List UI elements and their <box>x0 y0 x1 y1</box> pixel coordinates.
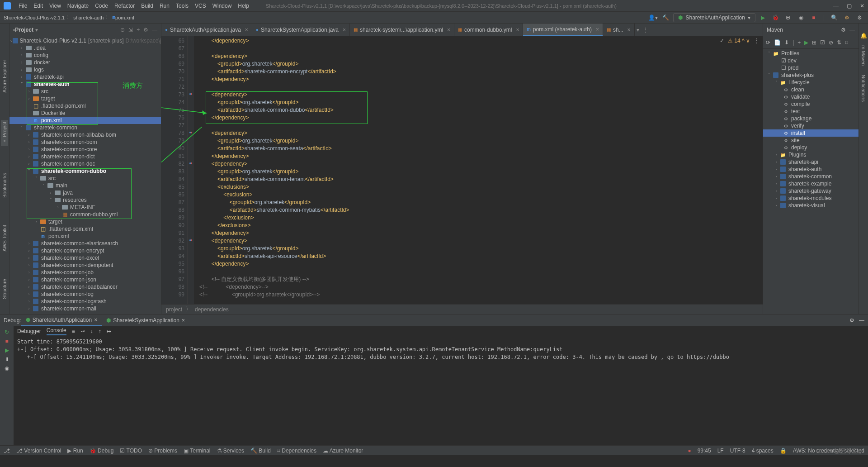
tree-item[interactable]: ›sharetek-common-logstash <box>9 298 161 305</box>
branch-icon[interactable]: ⎇ <box>4 448 10 454</box>
gear-icon[interactable]: ⚙ <box>854 13 864 23</box>
status-item[interactable]: ▶ Run <box>67 448 83 454</box>
status-item[interactable]: ⚗ Services <box>217 448 244 454</box>
breadcrumb[interactable]: pom.xml <box>115 15 134 20</box>
maven-goal[interactable]: ⚙compile <box>763 100 859 108</box>
tree-item[interactable]: ›logs <box>9 66 161 73</box>
show-deps-icon[interactable]: ⌗ <box>845 39 848 46</box>
bookmarks-tab[interactable]: Bookmarks <box>2 173 7 198</box>
menu-tools[interactable]: Tools <box>173 3 192 9</box>
expand-icon[interactable]: ⇲ <box>128 27 133 33</box>
search-icon[interactable]: 🔍 <box>829 13 839 23</box>
status-lf[interactable]: LF <box>717 448 724 454</box>
download-icon[interactable]: ⬇ <box>784 39 789 46</box>
menu-vcs[interactable]: VCS <box>192 3 209 9</box>
minimize-icon[interactable]: — <box>833 3 839 9</box>
menu-build[interactable]: Build <box>138 3 156 9</box>
warning-badge[interactable]: ⚠ 14 ^ ∨ <box>728 38 750 44</box>
status-item[interactable]: ⊘ Problems <box>148 448 177 454</box>
step-into-icon[interactable]: ↓ <box>90 328 93 334</box>
step-over-icon[interactable]: ⤻ <box>80 328 85 334</box>
tree-item[interactable]: ›sharetek-common-elasticsearch <box>9 240 161 247</box>
status-enc[interactable]: UTF-8 <box>730 448 745 454</box>
hide-icon[interactable]: — <box>859 317 864 324</box>
select-opened-icon[interactable]: ⊙ <box>120 27 125 33</box>
maven-module[interactable]: ›sharetek-visual <box>763 202 859 209</box>
tree-item[interactable]: ›sharetek-common-encrypt <box>9 247 161 254</box>
maven-module[interactable]: ›sharetek-gateway <box>763 187 859 195</box>
debug-icon[interactable]: 🐞 <box>771 13 781 23</box>
menu-file[interactable]: File <box>15 3 30 9</box>
editor-tab[interactable]: mpom.xml (sharetek-auth)× <box>523 24 603 36</box>
editor-tab[interactable]: ▦sh...× <box>603 24 635 36</box>
tree-item[interactable]: ›sharetek-common-log <box>9 291 161 298</box>
tree-item[interactable]: ˅sharetek-common <box>9 124 161 131</box>
more-icon[interactable]: ≡ <box>72 328 75 334</box>
settings-icon[interactable]: ⚙ <box>841 27 846 33</box>
tree-item[interactable]: ◫.flattened-pom.xml <box>9 102 161 110</box>
editor-tab[interactable]: ▦common-dubbo.yml× <box>454 24 523 36</box>
run-to-cursor-icon[interactable]: ↦ <box>107 328 111 334</box>
more-tabs-icon[interactable]: ▾ <box>637 27 639 33</box>
status-item[interactable]: 🐞 Debug <box>90 448 114 454</box>
maven-module[interactable]: ›sharetek-common <box>763 173 859 180</box>
run-config-selector[interactable]: ⬢ SharetekAuthApplication ▾ <box>673 13 755 22</box>
profile-icon[interactable]: ◉ <box>796 13 806 23</box>
code-area[interactable]: </dependency> <dependency> <groupId>org.… <box>194 36 763 304</box>
tree-item[interactable]: ◫.flattened-pom.xml <box>9 225 161 233</box>
tree-item[interactable]: ›sharetek-common-job <box>9 269 161 276</box>
rerun-icon[interactable]: ↻ <box>5 329 9 335</box>
menu-navigate[interactable]: Navigate <box>64 3 92 9</box>
settings-icon[interactable]: ⚙ <box>143 27 148 33</box>
tree-item[interactable]: mpom.xml <box>9 117 161 124</box>
status-item[interactable]: 🔨 Build <box>250 448 271 454</box>
maven-goal[interactable]: ⚙verify <box>763 122 859 129</box>
status-item[interactable]: ⌗ Dependencies <box>277 448 316 454</box>
status-indent[interactable]: 4 spaces <box>752 448 774 454</box>
breadcrumb[interactable]: sharetek-auth <box>73 15 104 20</box>
status-item[interactable]: ▣ Terminal <box>184 448 210 454</box>
menu-edit[interactable]: Edit <box>30 3 46 9</box>
tree-item[interactable]: ˅resources <box>9 196 161 204</box>
users-icon[interactable]: 👤▾ <box>648 13 658 23</box>
tree-item[interactable]: mpom.xml <box>9 233 161 240</box>
tree-root[interactable]: v Sharetek-Cloud-Plus-v2.1.1 [sharetek-p… <box>9 37 161 44</box>
maximize-icon[interactable]: ▢ <box>847 3 852 9</box>
maven-goal[interactable]: ⚙install <box>763 129 859 137</box>
menu-code[interactable]: Code <box>92 3 111 9</box>
maven-module[interactable]: ›sharetek-auth <box>763 166 859 173</box>
coverage-icon[interactable]: ⛨ <box>783 13 793 23</box>
tree-item[interactable]: ›sharetek-common-excel <box>9 254 161 262</box>
hide-icon[interactable]: — <box>152 27 157 33</box>
structure-tab[interactable]: Structure <box>2 279 7 299</box>
debugger-subtab[interactable]: Debugger <box>17 328 41 334</box>
close-icon[interactable]: ✕ <box>860 3 864 9</box>
collapse-icon[interactable]: ÷ <box>137 27 140 33</box>
maven-profiles[interactable]: ˅📁Profiles <box>763 50 859 57</box>
tree-item[interactable]: ›sharetek-common-loadbalancer <box>9 283 161 291</box>
tree-item[interactable]: ›docker <box>9 59 161 66</box>
run-icon[interactable]: ▶ <box>804 39 808 46</box>
reload-icon[interactable]: ⟳ <box>766 39 770 46</box>
status-item[interactable]: ⎇ Version Control <box>16 448 61 454</box>
maven-tab[interactable]: m Maven <box>861 45 866 66</box>
tree-item[interactable]: ›sharetek-api <box>9 73 161 81</box>
offline-icon[interactable]: ⇅ <box>837 39 841 46</box>
skip-tests-icon[interactable]: ⊘ <box>829 39 833 46</box>
maven-module[interactable]: ›sharetek-api <box>763 158 859 166</box>
menu-window[interactable]: Window <box>209 3 235 9</box>
debug-tab[interactable]: ⬢SharetekAuthApplication× <box>21 315 102 326</box>
tree-item[interactable]: ›sharetek-common-doc <box>9 160 161 167</box>
tree-item[interactable]: ›.idea <box>9 44 161 52</box>
settings-icon[interactable]: ⚙ <box>842 13 852 23</box>
azure-explorer-tab[interactable]: Azure Explorer <box>2 60 7 93</box>
tree-item[interactable]: ›target <box>9 218 161 225</box>
pause-icon[interactable]: ⏸ <box>4 356 9 362</box>
status-item[interactable]: ☁ Azure Monitor <box>323 448 363 454</box>
run-icon[interactable]: ▶ <box>758 13 768 23</box>
notifications-icon[interactable]: 🔔 <box>860 33 867 39</box>
toggle-icon[interactable]: ☑ <box>820 39 825 46</box>
hammer-icon[interactable]: 🔨 <box>660 13 670 23</box>
add-icon[interactable]: + <box>797 39 801 46</box>
breadcrumb[interactable]: Sharetek-Cloud-Plus-v2.1.1 <box>4 15 65 20</box>
